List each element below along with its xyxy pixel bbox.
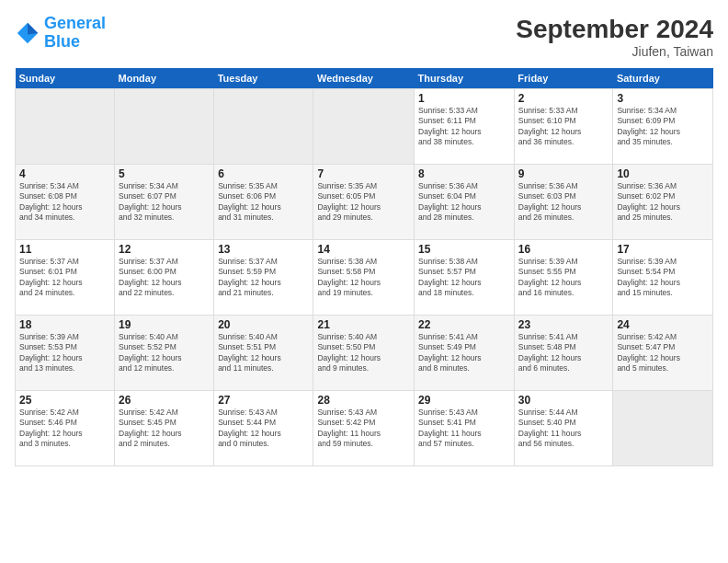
day-number: 19 [119,318,210,331]
calendar-table: Sunday Monday Tuesday Wednesday Thursday… [15,68,713,466]
table-row: 16Sunrise: 5:39 AM Sunset: 5:55 PM Dayli… [514,240,613,316]
title-block: September 2024 Jiufen, Taiwan [516,15,713,59]
day-number: 6 [218,167,309,180]
calendar-row: 11Sunrise: 5:37 AM Sunset: 6:01 PM Dayli… [16,240,713,316]
svg-marker-1 [28,23,38,35]
day-number: 15 [418,243,510,256]
table-row: 11Sunrise: 5:37 AM Sunset: 6:01 PM Dayli… [16,240,115,316]
day-info: Sunrise: 5:40 AM Sunset: 5:52 PM Dayligh… [119,332,210,374]
day-number: 12 [119,243,210,256]
table-row: 18Sunrise: 5:39 AM Sunset: 5:53 PM Dayli… [16,316,115,391]
day-number: 9 [518,167,609,180]
day-number: 11 [19,243,110,256]
calendar-row: 1Sunrise: 5:33 AM Sunset: 6:11 PM Daylig… [16,89,713,165]
table-row: 10Sunrise: 5:36 AM Sunset: 6:02 PM Dayli… [613,165,713,240]
day-info: Sunrise: 5:33 AM Sunset: 6:11 PM Dayligh… [418,106,510,148]
day-number: 16 [518,243,609,256]
table-row: 8Sunrise: 5:36 AM Sunset: 6:04 PM Daylig… [415,165,515,240]
table-row: 27Sunrise: 5:43 AM Sunset: 5:44 PM Dayli… [214,391,313,466]
table-row: 14Sunrise: 5:38 AM Sunset: 5:58 PM Dayli… [313,240,415,316]
day-info: Sunrise: 5:44 AM Sunset: 5:40 PM Dayligh… [518,408,609,450]
logo-text: General Blue [44,15,106,52]
table-row: 3Sunrise: 5:34 AM Sunset: 6:09 PM Daylig… [613,89,713,165]
day-number: 2 [518,92,609,105]
page-container: General Blue September 2024 Jiufen, Taiw… [0,0,728,476]
col-thursday: Thursday [415,68,515,89]
table-row: 12Sunrise: 5:37 AM Sunset: 6:00 PM Dayli… [115,240,214,316]
col-wednesday: Wednesday [313,68,415,89]
day-info: Sunrise: 5:36 AM Sunset: 6:04 PM Dayligh… [418,181,510,224]
table-row: 15Sunrise: 5:38 AM Sunset: 5:57 PM Dayli… [415,240,515,316]
col-friday: Friday [514,68,613,89]
day-number: 3 [617,92,709,105]
day-info: Sunrise: 5:36 AM Sunset: 6:03 PM Dayligh… [518,181,609,224]
day-info: Sunrise: 5:41 AM Sunset: 5:49 PM Dayligh… [418,332,510,374]
day-info: Sunrise: 5:33 AM Sunset: 6:10 PM Dayligh… [518,106,609,148]
day-number: 23 [518,318,609,331]
table-row: 1Sunrise: 5:33 AM Sunset: 6:11 PM Daylig… [415,89,515,165]
table-row: 28Sunrise: 5:43 AM Sunset: 5:42 PM Dayli… [313,391,415,466]
calendar-body: 1Sunrise: 5:33 AM Sunset: 6:11 PM Daylig… [16,89,713,466]
day-number: 14 [317,243,410,256]
day-info: Sunrise: 5:34 AM Sunset: 6:08 PM Dayligh… [19,181,110,224]
table-row: 29Sunrise: 5:43 AM Sunset: 5:41 PM Dayli… [415,391,515,466]
day-number: 21 [317,318,410,331]
table-row: 5Sunrise: 5:34 AM Sunset: 6:07 PM Daylig… [115,165,214,240]
calendar-header: Sunday Monday Tuesday Wednesday Thursday… [16,68,713,89]
table-row [16,89,115,165]
month-title: September 2024 [516,15,713,44]
day-info: Sunrise: 5:43 AM Sunset: 5:41 PM Dayligh… [418,408,510,450]
calendar-row: 4Sunrise: 5:34 AM Sunset: 6:08 PM Daylig… [16,165,713,240]
day-info: Sunrise: 5:41 AM Sunset: 5:48 PM Dayligh… [518,332,609,374]
day-number: 1 [418,92,510,105]
day-info: Sunrise: 5:42 AM Sunset: 5:46 PM Dayligh… [19,408,110,450]
calendar-row: 18Sunrise: 5:39 AM Sunset: 5:53 PM Dayli… [16,316,713,391]
day-info: Sunrise: 5:38 AM Sunset: 5:57 PM Dayligh… [418,257,510,299]
day-info: Sunrise: 5:37 AM Sunset: 6:01 PM Dayligh… [19,257,110,299]
day-info: Sunrise: 5:40 AM Sunset: 5:51 PM Dayligh… [218,332,309,374]
day-number: 8 [418,167,510,180]
table-row: 30Sunrise: 5:44 AM Sunset: 5:40 PM Dayli… [514,391,613,466]
table-row: 24Sunrise: 5:42 AM Sunset: 5:47 PM Dayli… [613,316,713,391]
day-info: Sunrise: 5:38 AM Sunset: 5:58 PM Dayligh… [317,257,410,299]
day-number: 25 [19,394,110,407]
day-info: Sunrise: 5:39 AM Sunset: 5:55 PM Dayligh… [518,257,609,299]
day-info: Sunrise: 5:43 AM Sunset: 5:44 PM Dayligh… [218,408,309,450]
header-row: Sunday Monday Tuesday Wednesday Thursday… [16,68,713,89]
table-row: 19Sunrise: 5:40 AM Sunset: 5:52 PM Dayli… [115,316,214,391]
day-number: 24 [617,318,709,331]
table-row: 21Sunrise: 5:40 AM Sunset: 5:50 PM Dayli… [313,316,415,391]
table-row: 22Sunrise: 5:41 AM Sunset: 5:49 PM Dayli… [415,316,515,391]
day-number: 4 [19,167,110,180]
day-number: 27 [218,394,309,407]
day-info: Sunrise: 5:34 AM Sunset: 6:07 PM Dayligh… [119,181,210,224]
col-monday: Monday [115,68,214,89]
day-info: Sunrise: 5:42 AM Sunset: 5:47 PM Dayligh… [617,332,709,374]
day-number: 18 [19,318,110,331]
day-info: Sunrise: 5:39 AM Sunset: 5:54 PM Dayligh… [617,257,709,299]
day-number: 28 [317,394,410,407]
day-number: 13 [218,243,309,256]
table-row [613,391,713,466]
table-row [313,89,415,165]
day-info: Sunrise: 5:43 AM Sunset: 5:42 PM Dayligh… [317,408,410,450]
day-info: Sunrise: 5:42 AM Sunset: 5:45 PM Dayligh… [119,408,210,450]
day-info: Sunrise: 5:35 AM Sunset: 6:05 PM Dayligh… [317,181,410,224]
logo: General Blue [15,15,106,52]
table-row: 17Sunrise: 5:39 AM Sunset: 5:54 PM Dayli… [613,240,713,316]
table-row: 26Sunrise: 5:42 AM Sunset: 5:45 PM Dayli… [115,391,214,466]
day-number: 29 [418,394,510,407]
day-info: Sunrise: 5:40 AM Sunset: 5:50 PM Dayligh… [317,332,410,374]
col-sunday: Sunday [16,68,115,89]
col-tuesday: Tuesday [214,68,313,89]
day-info: Sunrise: 5:39 AM Sunset: 5:53 PM Dayligh… [19,332,110,374]
col-saturday: Saturday [613,68,713,89]
table-row [115,89,214,165]
day-info: Sunrise: 5:37 AM Sunset: 5:59 PM Dayligh… [218,257,309,299]
day-info: Sunrise: 5:35 AM Sunset: 6:06 PM Dayligh… [218,181,309,224]
day-number: 22 [418,318,510,331]
table-row [214,89,313,165]
table-row: 23Sunrise: 5:41 AM Sunset: 5:48 PM Dayli… [514,316,613,391]
day-number: 5 [119,167,210,180]
day-info: Sunrise: 5:34 AM Sunset: 6:09 PM Dayligh… [617,106,709,148]
